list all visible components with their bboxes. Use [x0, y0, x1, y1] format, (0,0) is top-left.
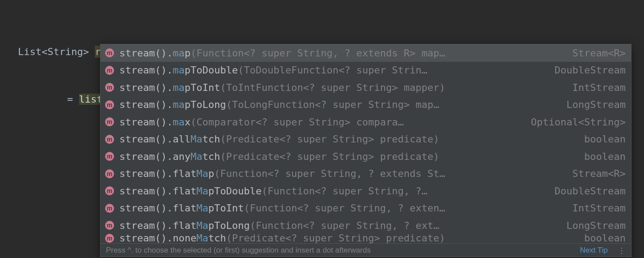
method-icon: m	[105, 100, 114, 109]
suggestion-text: stream().allMatch(Predicate<? super Stri…	[119, 133, 575, 145]
method-icon: m	[105, 221, 114, 230]
method-icon: m	[105, 83, 114, 92]
suggestion-row[interactable]: mstream().mapToDouble(ToDoubleFunction<?…	[101, 62, 631, 79]
suggestion-text: stream().flatMap(Function<? super String…	[119, 168, 564, 179]
suggestion-text: stream().map(Function<? super String, ? …	[119, 47, 564, 59]
method-icon: m	[105, 66, 114, 75]
return-type: Stream<R>	[564, 168, 626, 179]
suggestion-row[interactable]: mstream().allMatch(Predicate<? super Str…	[101, 131, 631, 148]
suggestion-row[interactable]: mstream().max(Comparator<? super String>…	[101, 113, 631, 131]
suggestion-row[interactable]: mstream().map(Function<? super String, ?…	[101, 44, 631, 62]
suggestion-text: stream().flatMapToLong(Function<? super …	[119, 220, 558, 231]
return-type: DoubleStream	[546, 64, 626, 76]
popup-footer: Press ^. to choose the selected (or firs…	[101, 243, 631, 257]
suggestion-text: stream().anyMatch(Predicate<? super Stri…	[119, 151, 575, 162]
suggestion-row[interactable]: mstream().flatMapToDouble(Function<? sup…	[101, 182, 631, 200]
method-icon: m	[105, 234, 114, 243]
suggestion-row[interactable]: mstream().flatMapToInt(Function<? super …	[101, 200, 631, 217]
more-icon[interactable]: ⋯	[617, 247, 627, 254]
next-tip-link[interactable]: Next Tip	[580, 246, 608, 255]
suggestion-text: stream().mapToDouble(ToDoubleFunction<? …	[119, 64, 546, 76]
return-type: IntStream	[564, 202, 626, 214]
method-icon: m	[105, 186, 114, 195]
return-type: Optional<String>	[522, 116, 626, 128]
suggestion-row[interactable]: mstream().mapToLong(ToLongFunction<? sup…	[101, 96, 631, 114]
footer-hint-text: Press ^. to choose the selected (or firs…	[106, 246, 371, 255]
return-type: boolean	[575, 232, 626, 243]
suggestion-text: stream().max(Comparator<? super String> …	[119, 116, 522, 128]
suggestion-row[interactable]: mstream().mapToInt(ToIntFunction<? super…	[101, 79, 631, 96]
suggestion-row[interactable]: mstream().anyMatch(Predicate<? super Str…	[101, 148, 631, 165]
suggestion-text: stream().flatMapToInt(Function<? super S…	[119, 202, 564, 214]
return-type: LongStream	[558, 99, 626, 110]
return-type: boolean	[575, 133, 626, 145]
return-type: LongStream	[558, 220, 626, 231]
method-icon: m	[105, 48, 114, 57]
equals-sign: =	[67, 94, 73, 105]
method-icon: m	[105, 117, 114, 126]
suggestion-row[interactable]: mstream().flatMap(Function<? super Strin…	[101, 165, 631, 183]
suggestion-text: stream().flatMapToDouble(Function<? supe…	[119, 185, 546, 197]
suggestion-row[interactable]: mstream().flatMapToLong(Function<? super…	[101, 217, 631, 234]
method-icon: m	[105, 135, 114, 144]
method-icon: m	[105, 204, 114, 213]
suggestion-row[interactable]: mstream().noneMatch(Predicate<? super St…	[101, 234, 631, 242]
return-type: DoubleStream	[546, 185, 626, 197]
suggestion-text: stream().mapToLong(ToLongFunction<? supe…	[119, 99, 558, 110]
return-type: IntStream	[564, 82, 626, 93]
method-icon: m	[105, 169, 114, 178]
autocomplete-popup[interactable]: mstream().map(Function<? super String, ?…	[100, 44, 631, 257]
return-type: boolean	[575, 151, 626, 162]
suggestion-text: stream().noneMatch(Predicate<? super Str…	[119, 232, 575, 243]
type-decl: List<String>	[18, 46, 89, 57]
suggestion-list[interactable]: mstream().map(Function<? super String, ?…	[101, 44, 631, 243]
method-icon: m	[105, 152, 114, 161]
return-type: Stream<R>	[564, 47, 626, 59]
suggestion-text: stream().mapToInt(ToIntFunction<? super …	[119, 82, 564, 93]
